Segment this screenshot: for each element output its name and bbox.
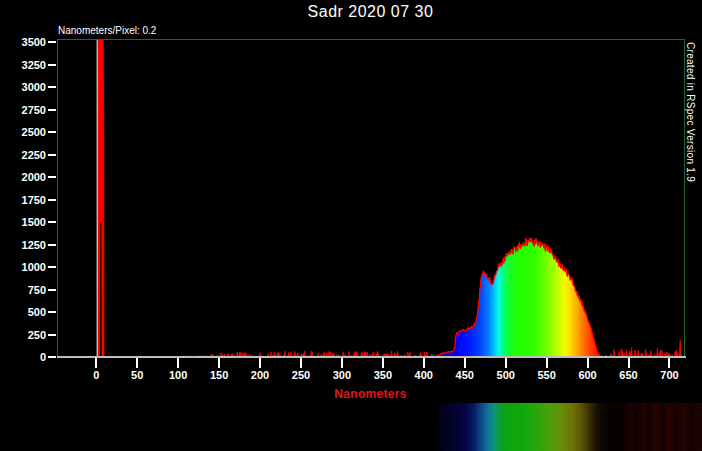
y-tick-label: 2000 [4, 171, 46, 183]
y-tick-label: 0 [4, 351, 46, 363]
x-tick-label: 50 [131, 369, 143, 381]
x-tick-label: 550 [537, 369, 555, 381]
spectrum-plot-canvas[interactable] [58, 40, 684, 357]
x-tick-label: 400 [415, 369, 433, 381]
x-tick-mark [423, 358, 425, 368]
x-tick-label: 250 [292, 369, 310, 381]
y-tick-mark [48, 154, 56, 156]
y-tick-mark [48, 356, 56, 358]
noise-baseline-right [602, 340, 683, 357]
y-tick-mark [48, 176, 56, 178]
x-tick-label: 200 [251, 369, 269, 381]
x-tick-mark [177, 358, 179, 368]
y-tick-label: 1750 [4, 194, 46, 206]
y-tick-label: 2750 [4, 104, 46, 116]
x-tick-mark [628, 358, 630, 368]
y-tick-mark [48, 289, 56, 291]
y-tick-mark [48, 311, 56, 313]
y-tick-label: 750 [4, 284, 46, 296]
y-tick-label: 1000 [4, 261, 46, 273]
x-tick-label: 600 [578, 369, 596, 381]
x-tick-label: 350 [374, 369, 392, 381]
x-tick-mark [259, 358, 261, 368]
spectrum-fill [436, 238, 601, 357]
y-tick-label: 2500 [4, 126, 46, 138]
x-tick-mark [136, 358, 138, 368]
y-tick-mark [48, 41, 56, 43]
x-tick-mark [95, 358, 97, 368]
y-tick-label: 1250 [4, 239, 46, 251]
y-tick-mark [48, 334, 56, 336]
x-tick-label: 100 [169, 369, 187, 381]
y-tick-mark [48, 266, 56, 268]
x-tick-label: 700 [660, 369, 678, 381]
x-tick-mark [668, 358, 670, 368]
x-tick-label: 300 [333, 369, 351, 381]
x-tick-label: 650 [619, 369, 637, 381]
x-tick-mark [587, 358, 589, 368]
y-tick-label: 3250 [4, 59, 46, 71]
y-tick-mark [48, 109, 56, 111]
y-tick-mark [48, 199, 56, 201]
watermark-vertical-text: Created in RSpec Version 1.9 [685, 42, 696, 182]
x-tick-mark [341, 358, 343, 368]
y-tick-label: 1500 [4, 216, 46, 228]
y-tick-mark [48, 86, 56, 88]
x-tick-mark [218, 358, 220, 368]
y-tick-mark [48, 221, 56, 223]
x-tick-mark [464, 358, 466, 368]
y-tick-mark [48, 64, 56, 66]
y-tick-label: 3500 [4, 36, 46, 48]
x-tick-label: 0 [93, 369, 99, 381]
x-tick-label: 450 [456, 369, 474, 381]
y-tick-label: 2250 [4, 149, 46, 161]
y-tick-label: 500 [4, 306, 46, 318]
y-tick-mark [48, 131, 56, 133]
x-tick-label: 150 [210, 369, 228, 381]
x-axis-title: Nanometers [57, 387, 684, 401]
dispersion-scale-label: Nanometers/Pixel: 0.2 [58, 25, 156, 36]
y-tick-label: 250 [4, 329, 46, 341]
rspec-window: Sadr 2020 07 30 Nanometers/Pixel: 0.2 Cr… [0, 0, 702, 451]
spectrum-strip-image [437, 403, 702, 451]
y-tick-mark [48, 244, 56, 246]
x-tick-label: 500 [497, 369, 515, 381]
chart-title: Sadr 2020 07 30 [57, 3, 684, 21]
y-tick-label: 3000 [4, 81, 46, 93]
x-tick-mark [300, 358, 302, 368]
x-tick-mark [382, 358, 384, 368]
plot-area[interactable] [57, 39, 685, 357]
x-tick-mark [505, 358, 507, 368]
x-axis-line [57, 356, 686, 358]
x-tick-mark [546, 358, 548, 368]
